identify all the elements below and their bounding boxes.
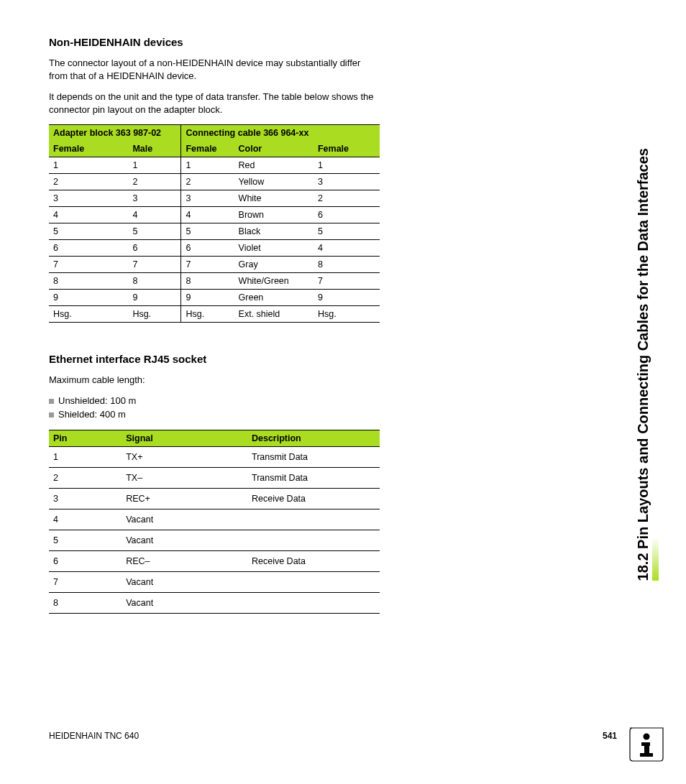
table-row: 6REC–Receive Data <box>49 550 380 571</box>
table-cell: 2 <box>181 174 234 190</box>
table-cell: Hsg. <box>49 306 128 323</box>
table-cell: 5 <box>49 223 128 240</box>
table-cell: Ext. shield <box>234 306 314 323</box>
table-cell: 1 <box>128 157 181 174</box>
table-cell: 3 <box>49 488 122 509</box>
table-row: 666Violet4 <box>49 240 380 257</box>
table-cell: 4 <box>314 240 380 257</box>
table-cell: Hsg. <box>181 306 234 323</box>
table1-group1: Adapter block 363 987-02 <box>49 125 181 142</box>
table-row: 888White/Green7 <box>49 273 380 290</box>
table-cell: 3 <box>314 174 380 190</box>
table-cell: REC– <box>122 550 247 571</box>
table-cell: Vacant <box>122 592 247 613</box>
table-cell: White/Green <box>234 273 314 290</box>
table-cell: 5 <box>128 223 181 240</box>
section1-para1: The connector layout of a non-HEIDENHAIN… <box>49 57 380 82</box>
table-cell: Receive Data <box>247 550 380 571</box>
table2-h1: Signal <box>122 430 247 446</box>
table-cell: Vacant <box>122 530 247 550</box>
table-cell: 6 <box>181 240 234 257</box>
table-cell: 8 <box>181 273 234 290</box>
table-cell: 2 <box>314 190 380 207</box>
section2-heading: Ethernet interface RJ45 socket <box>49 353 380 365</box>
page-number: 541 <box>603 731 617 741</box>
table-cell: 4 <box>49 509 122 530</box>
bullet-list: Unshielded: 100 m Shielded: 400 m <box>49 395 380 420</box>
table2-h0: Pin <box>49 430 122 446</box>
table-cell: 6 <box>314 207 380 223</box>
table-row: 333White2 <box>49 190 380 207</box>
table1-h2: Female <box>181 141 234 157</box>
table1-h3: Color <box>234 141 314 157</box>
bullet-text: Shielded: 400 m <box>58 409 126 420</box>
table-cell: Violet <box>234 240 314 257</box>
table-cell: 7 <box>314 273 380 290</box>
table-cell: 4 <box>128 207 181 223</box>
table2-h2: Description <box>247 430 380 446</box>
sidebar: 18.2 Pin Layouts and Connecting Cables f… <box>635 34 651 581</box>
table-cell: 6 <box>128 240 181 257</box>
svg-point-0 <box>644 734 650 740</box>
table-cell: Vacant <box>122 509 247 530</box>
section2-para1: Maximum cable length: <box>49 374 380 387</box>
table-cell: 8 <box>314 257 380 273</box>
table-row: 8Vacant <box>49 592 380 613</box>
table-row: 999Green9 <box>49 290 380 306</box>
footer-left: HEIDENHAIN TNC 640 <box>49 731 139 741</box>
list-item: Unshielded: 100 m <box>49 395 380 406</box>
sidebar-accent <box>652 538 659 581</box>
table-row: 222Yellow3 <box>49 174 380 190</box>
bullet-text: Unshielded: 100 m <box>58 395 136 406</box>
list-item: Shielded: 400 m <box>49 409 380 420</box>
table-cell: REC+ <box>122 488 247 509</box>
table-cell: Brown <box>234 207 314 223</box>
table-cell: 9 <box>181 290 234 306</box>
svg-rect-3 <box>640 753 653 757</box>
table-cell: Receive Data <box>247 488 380 509</box>
table-cell: 3 <box>49 190 128 207</box>
table-cell: Vacant <box>122 571 247 592</box>
table-row: 1TX+Transmit Data <box>49 446 380 467</box>
table-cell: 7 <box>49 571 122 592</box>
table-cell: 3 <box>181 190 234 207</box>
table-cell <box>247 571 380 592</box>
table-cell: 5 <box>181 223 234 240</box>
table-cell <box>247 509 380 530</box>
table-cell: 2 <box>49 467 122 488</box>
table-cell: Hsg. <box>128 306 181 323</box>
table-cell: Black <box>234 223 314 240</box>
table-cell: 9 <box>49 290 128 306</box>
table-row: Hsg.Hsg.Hsg.Ext. shieldHsg. <box>49 306 380 323</box>
table-row: 4Vacant <box>49 509 380 530</box>
table-cell: 7 <box>181 257 234 273</box>
table-cell: 5 <box>314 223 380 240</box>
table-cell: 6 <box>49 550 122 571</box>
bullet-icon <box>49 399 54 404</box>
table-cell: 3 <box>128 190 181 207</box>
table-row: 3REC+Receive Data <box>49 488 380 509</box>
table-cell: 9 <box>314 290 380 306</box>
table-cell <box>247 530 380 550</box>
table-cell: 1 <box>181 157 234 174</box>
table1-h1: Male <box>128 141 181 157</box>
table-cell: 9 <box>128 290 181 306</box>
section1-para2: It depends on the unit and the type of d… <box>49 91 380 116</box>
table-cell: 5 <box>49 530 122 550</box>
table-cell: 7 <box>128 257 181 273</box>
table-cell: 1 <box>49 446 122 467</box>
table1-h0: Female <box>49 141 128 157</box>
table-row: 777Gray8 <box>49 257 380 273</box>
table-cell: Hsg. <box>314 306 380 323</box>
table-row: 555Black5 <box>49 223 380 240</box>
table-cell: TX+ <box>122 446 247 467</box>
table-cell <box>247 592 380 613</box>
table1-h4: Female <box>314 141 380 157</box>
table-cell: 8 <box>128 273 181 290</box>
section1-heading: Non-HEIDENHAIN devices <box>49 36 380 48</box>
table-cell: 6 <box>49 240 128 257</box>
table-cell: 7 <box>49 257 128 273</box>
table-cell: 1 <box>49 157 128 174</box>
table1-group2: Connecting cable 366 964-xx <box>181 125 380 142</box>
table-cell: White <box>234 190 314 207</box>
